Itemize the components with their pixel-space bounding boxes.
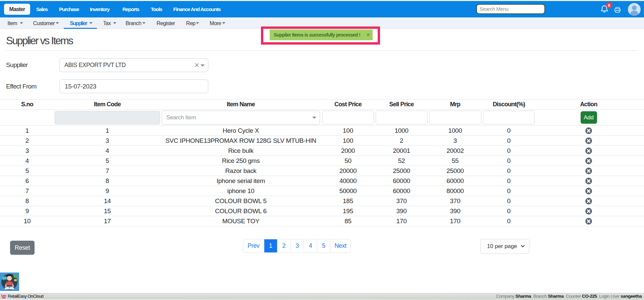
- svg-text:RE: RE: [3, 294, 7, 297]
